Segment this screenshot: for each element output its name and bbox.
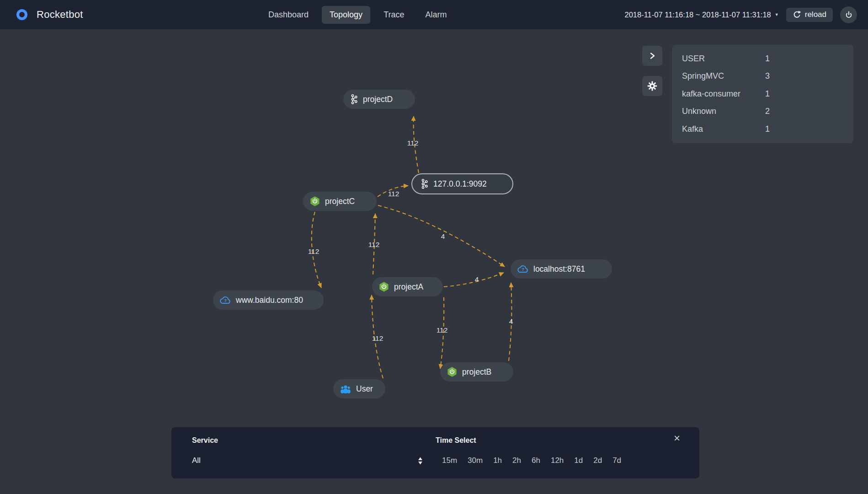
topology-options-panel: Service All Time Select 15m 30m 1h 2h 6h… [171,427,699,478]
users-icon [340,384,351,393]
legend-type-label: kafka-consumer [682,89,765,99]
time-option-7d[interactable]: 7d [612,456,621,465]
svg-text:?: ? [224,298,227,303]
node-label: projectD [363,95,393,104]
edge-label: 4 [509,317,513,326]
time-option-12h[interactable]: 12h [551,456,564,465]
nav-topology[interactable]: Topology [322,6,370,24]
legend-type-label: Unknown [682,107,765,116]
brand-title: Rocketbot [37,9,83,21]
chevron-right-icon [648,51,657,60]
springboot-icon [447,367,457,377]
node-kafka-broker[interactable]: 127.0.0.1:9092 [411,173,513,194]
node-label: projectA [394,282,423,292]
reload-label: reload [805,10,826,19]
node-label: localhost:8761 [533,264,585,274]
legend-row: SpringMVC 3 [672,68,853,86]
power-icon [844,10,853,19]
service-heading: Service [192,436,218,445]
rocketbot-logo-icon [16,9,27,20]
springboot-icon [379,282,389,292]
edge-projectA-to-eureka[interactable] [444,273,504,287]
node-label: 127.0.0.1:9092 [433,179,487,189]
kafka-icon [350,94,358,104]
node-user[interactable]: User [333,379,385,398]
svg-text:?: ? [522,267,524,272]
time-option-1d[interactable]: 1d [574,456,583,465]
cloud-icon: ? [220,296,231,304]
gear-icon [647,81,657,91]
service-select-value: All [192,456,201,465]
top-bar: Rocketbot Dashboard Topology Trace Alarm… [0,0,868,29]
legend-type-count: 3 [765,71,770,81]
kafka-icon [421,179,428,189]
edge-label: 112 [308,247,320,256]
time-select-options: 15m 30m 1h 2h 6h 12h 1d 2d 7d [442,456,621,466]
legend-row: kafka-consumer 1 [672,85,853,103]
refresh-icon [793,11,801,19]
chevron-down-icon: ▼ [775,12,779,17]
nav-trace[interactable]: Trace [376,6,412,24]
nav-dashboard[interactable]: Dashboard [261,6,316,24]
cloud-icon: ? [517,265,528,273]
close-icon[interactable]: × [674,433,680,444]
legend-type-count: 1 [765,124,770,134]
edge-label: 112 [407,139,419,147]
node-projectA[interactable]: projectA [372,277,443,296]
service-select[interactable]: All [192,456,423,466]
time-range-value: 2018-11-07 11:16:18 ~ 2018-11-07 11:31:1… [624,11,771,19]
legend-row: Unknown 2 [672,103,853,121]
edge-label: 4 [475,275,479,284]
legend-row: USER 1 [672,50,853,68]
springboot-icon [310,196,320,206]
node-label: projectC [325,197,355,206]
select-arrows-icon [418,456,423,465]
node-label: projectB [462,367,491,377]
legend-type-label: Kafka [682,124,765,134]
node-projectB[interactable]: projectB [440,362,513,381]
edge-label: 4 [441,232,445,241]
edge-label: 112 [388,190,399,198]
legend-row: Kafka 1 [672,120,853,138]
legend-type-count: 1 [765,89,770,99]
legend-type-label: USER [682,54,765,64]
time-option-1h[interactable]: 1h [493,456,502,465]
nav-alarm[interactable]: Alarm [417,6,454,24]
node-label: User [356,384,373,394]
reload-button[interactable]: reload [786,8,833,22]
edge-label: 112 [437,326,448,334]
node-baidu[interactable]: ? www.baidu.com:80 [213,290,324,310]
edge-label: 112 [372,334,383,343]
time-range-dropdown[interactable]: 2018-11-07 11:16:18 ~ 2018-11-07 11:31:1… [624,11,778,19]
header-right: 2018-11-07 11:16:18 ~ 2018-11-07 11:31:1… [624,0,857,29]
main-nav: Dashboard Topology Trace Alarm [261,0,454,29]
edge-label: 112 [368,241,380,249]
legend-type-count: 1 [765,54,770,64]
time-select-heading: Time Select [436,436,476,445]
time-option-2h[interactable]: 2h [512,456,521,465]
time-option-30m[interactable]: 30m [468,456,483,465]
legend-type-count: 2 [765,107,770,116]
time-option-6h[interactable]: 6h [532,456,540,465]
node-label: www.baidu.com:80 [236,295,303,305]
time-option-2d[interactable]: 2d [593,456,602,465]
power-button[interactable] [840,6,857,23]
node-eureka[interactable]: ? localhost:8761 [511,259,612,279]
settings-button[interactable] [642,76,662,96]
legend-type-label: SpringMVC [682,71,765,81]
time-option-15m[interactable]: 15m [442,456,457,465]
service-type-legend: USER 1 SpringMVC 3 kafka-consumer 1 Unkn… [672,45,853,143]
node-projectC[interactable]: projectC [303,192,377,211]
expand-panel-button[interactable] [642,46,662,66]
node-projectD[interactable]: projectD [343,90,415,109]
